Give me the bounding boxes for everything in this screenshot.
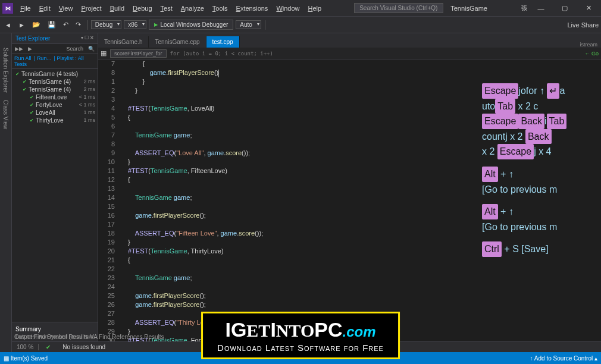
summary-title: Summary: [15, 326, 94, 332]
menu-build[interactable]: Build: [107, 4, 128, 13]
test-node[interactable]: ✔FifteenLove< 1 ms: [13, 93, 96, 101]
editor-tab[interactable]: test.cpp: [206, 36, 240, 48]
test-filter-bar[interactable]: Run All | Run... | Playlist : All Tests: [12, 54, 98, 69]
search-icon[interactable]: 🔍: [86, 45, 96, 52]
test-node[interactable]: ✔TennisGame (4)2 ms: [13, 78, 96, 86]
editor-tab[interactable]: TennisGame.h: [98, 36, 149, 48]
key-hint-overlay: Escapejofor ↑ ↵autoTab x 2 cEscapeBackiT…: [482, 83, 589, 264]
solution-name: TennisGame: [446, 5, 492, 12]
status-left: ▦ Item(s) Saved: [4, 355, 48, 362]
menu-project[interactable]: Project: [77, 4, 105, 13]
nav-back-icon[interactable]: ◄: [2, 20, 14, 30]
zoom-level[interactable]: 100 %: [12, 344, 39, 350]
test-explorer-panel: Test Explorer ▾ ☐ ✕ ▶▶ ▶ Search 🔍 Run Al…: [12, 33, 98, 352]
search-input[interactable]: Search Visual Studio (Ctrl+Q): [354, 3, 443, 13]
platform-dropdown[interactable]: x86: [124, 20, 146, 29]
config-dropdown[interactable]: Debug: [91, 20, 121, 29]
menu-test[interactable]: Test: [157, 4, 176, 13]
editor-tab[interactable]: TennisGame.cpp: [149, 36, 206, 48]
open-icon[interactable]: 📂: [30, 20, 43, 30]
test-node[interactable]: ✔ThirtyLove1 ms: [13, 117, 96, 124]
nav-scope-icon[interactable]: ▦: [101, 49, 107, 57]
output-tabs[interactable]: 100 % ✔ No issues found: [12, 341, 601, 352]
close-icon[interactable]: ✕: [578, 2, 599, 15]
nav-go-button[interactable]: ← Go: [584, 51, 599, 57]
left-tool-strip: Solution ExplorerClass View: [0, 33, 12, 352]
check-icon: ✔: [41, 344, 55, 350]
menu-view[interactable]: View: [55, 4, 77, 13]
nav-hint: for (auto i = 0; i < count; i++): [170, 51, 273, 57]
source-control-button[interactable]: ↑ Add to Source Control ▴: [530, 355, 597, 362]
panel-controls[interactable]: ▾ ☐ ✕: [81, 35, 94, 42]
issues-label: No issues found: [58, 344, 110, 350]
menu-window[interactable]: Window: [273, 4, 303, 13]
status-bar: ▦ Item(s) Saved ↑ Add to Source Control …: [0, 352, 601, 364]
maximize-icon[interactable]: ▢: [555, 2, 575, 15]
bottom-tab-row[interactable]: Output Find Symbol Results VA Find Refer…: [12, 332, 167, 341]
vs-logo-icon: ⋈: [2, 3, 13, 14]
side-tab-solution-explorer[interactable]: Solution Explorer: [1, 45, 10, 95]
menu-debug[interactable]: Debug: [129, 4, 155, 13]
run-all-icon[interactable]: ▶▶: [13, 45, 25, 52]
main-menu: FileEditViewProjectBuildDebugTestAnalyze…: [17, 4, 325, 13]
editor-tabstrip: TennisGame.hTennisGame.cpptest.cppistrea…: [98, 33, 601, 48]
menu-edit[interactable]: Edit: [36, 4, 54, 13]
user-label[interactable]: 張: [521, 4, 527, 12]
test-explorer-title: Test Explorer: [15, 35, 50, 42]
menu-file[interactable]: File: [17, 4, 35, 13]
test-node[interactable]: ✔LoveAll1 ms: [13, 109, 96, 117]
liveshare-button[interactable]: Live Share: [567, 21, 599, 29]
test-node[interactable]: ✔TennisGame (4)2 ms: [13, 86, 96, 93]
test-tree[interactable]: ✔TennisGame (4 tests)✔TennisGame (4)2 ms…: [12, 69, 98, 322]
minimize-icon[interactable]: —: [531, 2, 551, 15]
save-icon[interactable]: 💾: [45, 20, 58, 30]
menu-extensions[interactable]: Extensions: [233, 4, 272, 13]
test-node[interactable]: ✔FortyLove< 1 ms: [13, 101, 96, 109]
title-bar: ⋈ FileEditViewProjectBuildDebugTestAnaly…: [0, 0, 601, 17]
start-debug-button[interactable]: ▶Local Windows Debugger: [149, 20, 233, 30]
editor-right-label: istream: [580, 42, 601, 48]
menu-tools[interactable]: Tools: [209, 4, 231, 13]
nav-scope-dropdown[interactable]: scoreFirstPlayer_for: [110, 49, 167, 58]
nav-fwd-icon[interactable]: ►: [16, 20, 27, 30]
redo-icon[interactable]: ↷: [73, 20, 83, 30]
undo-icon[interactable]: ↶: [61, 20, 71, 30]
search-tests-input[interactable]: Search: [64, 45, 85, 52]
menu-analyze[interactable]: Analyze: [177, 4, 208, 13]
menu-help[interactable]: Help: [305, 4, 325, 13]
side-tab-class-view[interactable]: Class View: [1, 98, 10, 131]
run-icon[interactable]: ▶: [26, 45, 34, 52]
auto-dropdown[interactable]: Auto: [236, 20, 261, 29]
editor-navbar: ▦ scoreFirstPlayer_for for (auto i = 0; …: [98, 48, 601, 59]
test-node[interactable]: ✔TennisGame (4 tests): [13, 70, 96, 78]
toolbar: ◄ ► 📂 💾 ↶ ↷ Debug x86 ▶Local Windows Deb…: [0, 17, 601, 33]
